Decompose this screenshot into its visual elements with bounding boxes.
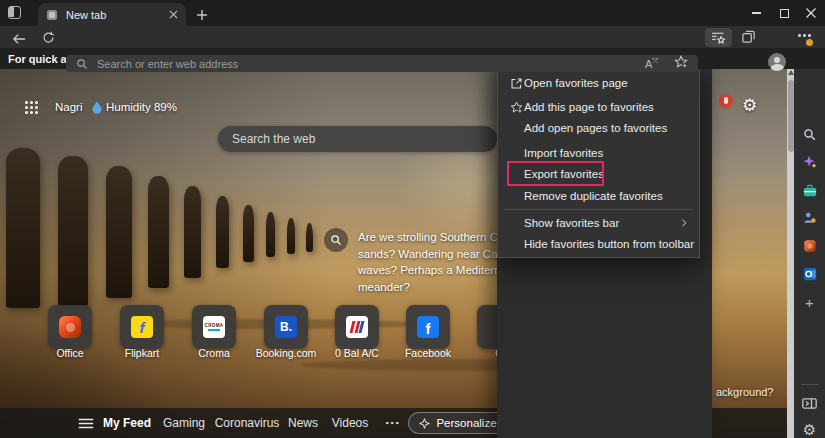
feed-tab-gaming[interactable]: Gaming: [163, 408, 205, 438]
flipkart-logo-icon: f: [131, 316, 153, 338]
quick-link-office[interactable]: [48, 305, 92, 349]
notification-badge-icon: [719, 94, 733, 108]
sidebar-add-icon[interactable]: +: [794, 292, 825, 312]
wooden-post: [266, 212, 275, 257]
tab-title: New tab: [66, 9, 169, 21]
window-close-button[interactable]: [797, 0, 825, 26]
web-search-box[interactable]: Search the web: [218, 126, 497, 152]
wooden-post: [306, 223, 313, 252]
tab-actions-menu-icon[interactable]: [8, 6, 21, 19]
sidebar-toggle-icon[interactable]: [794, 393, 825, 413]
quick-link-0balac[interactable]: [335, 305, 379, 349]
export-favorites-highlight-box: [507, 161, 604, 186]
navigation-toolbar: Search or enter web address A⤱: [0, 26, 825, 48]
edge-browser-window: Nagri Humidity 89% ⚙ Search the web Are …: [0, 0, 825, 438]
sidebar-search-icon[interactable]: [794, 124, 825, 144]
update-badge-icon: [806, 39, 813, 46]
title-bar: New tab: [0, 0, 825, 26]
add-to-favorites-star-icon[interactable]: [674, 55, 688, 73]
profile-avatar[interactable]: [768, 53, 786, 71]
menu-item-open-favorites-page[interactable]: Open favorites page: [498, 72, 699, 94]
minimize-button[interactable]: [742, 0, 770, 26]
sparkle-icon: [419, 418, 430, 429]
feed-tab-videos[interactable]: Videos: [332, 408, 368, 438]
feed-more-icon[interactable]: [386, 408, 399, 438]
scrollbar-up-arrow[interactable]: [788, 70, 794, 75]
page-settings-gear-icon[interactable]: ⚙: [742, 95, 757, 116]
booking-logo-icon: B.: [275, 316, 297, 338]
collections-icon[interactable]: [741, 29, 756, 48]
sidebar-settings-gear-icon[interactable]: ⚙: [794, 420, 825, 438]
apps-grid-icon[interactable]: [24, 100, 39, 119]
browser-tab[interactable]: New tab: [38, 3, 186, 26]
weather-location[interactable]: Nagri: [55, 101, 82, 113]
feed-tab-coronavirus[interactable]: Coronavirus: [215, 408, 280, 438]
sidebar-discover-copilot-icon[interactable]: [794, 152, 825, 172]
favorites-hub-star-icon: [711, 31, 726, 44]
search-icon: [76, 58, 88, 70]
address-bar[interactable]: Search or enter web address A⤱: [66, 55, 698, 72]
open-page-icon: [509, 77, 524, 90]
croma-logo-icon: CROMA: [203, 316, 225, 338]
sidebar-games-icon[interactable]: [794, 208, 825, 228]
quick-link-croma[interactable]: CROMA: [192, 305, 236, 349]
menu-separator: [504, 209, 693, 210]
read-aloud-icon[interactable]: A⤱: [645, 57, 658, 70]
sidebar-divider: [801, 384, 819, 385]
humidity-drop-icon: [92, 100, 102, 118]
facebook-logo-icon: f: [417, 316, 439, 338]
wooden-post: [148, 176, 169, 288]
favorites-hub-button[interactable]: [705, 28, 732, 47]
personalize-label: Personalize: [436, 417, 496, 429]
edge-sidebar: + ⚙: [794, 48, 825, 438]
menu-item-hide-favorites-button[interactable]: Hide favorites button from toolbar: [498, 233, 699, 255]
browser-more-menu-icon[interactable]: [798, 34, 811, 37]
quick-link-flipkart[interactable]: f: [120, 305, 164, 349]
wooden-post: [287, 218, 295, 254]
chevron-right-icon: [679, 214, 689, 232]
wooden-post: [216, 196, 229, 268]
wooden-post: [58, 156, 88, 306]
address-bar-placeholder: Search or enter web address: [97, 58, 645, 70]
menu-item-add-this-page[interactable]: Add this page to favorites: [498, 96, 699, 118]
bank-logo-icon: [346, 316, 368, 338]
sidebar-outlook-icon[interactable]: [794, 264, 825, 284]
web-search-placeholder: Search the web: [232, 132, 315, 146]
wooden-post: [106, 166, 132, 298]
star-add-icon: [509, 101, 524, 114]
maximize-button[interactable]: [770, 0, 798, 26]
menu-item-add-open-pages[interactable]: Add open pages to favorites: [498, 117, 699, 139]
feed-tab-my-feed[interactable]: My Feed: [103, 408, 151, 438]
menu-item-show-favorites-bar[interactable]: Show favorites bar: [498, 212, 699, 234]
wooden-post: [6, 148, 40, 308]
sidebar-office-icon[interactable]: [794, 236, 825, 256]
wooden-post: [184, 186, 201, 278]
personalize-button[interactable]: Personalize: [408, 412, 508, 434]
page-scrollbar[interactable]: [787, 68, 794, 438]
office-logo-icon: [59, 316, 81, 338]
menu-item-remove-duplicates[interactable]: Remove duplicate favorites: [498, 185, 699, 207]
sidebar-tools-icon[interactable]: [794, 180, 825, 200]
tab-favicon: [46, 9, 58, 21]
refresh-button[interactable]: [42, 30, 55, 48]
scrollbar-thumb[interactable]: [788, 80, 794, 152]
background-caption[interactable]: ackground?: [716, 386, 774, 398]
quick-link-facebook[interactable]: f: [406, 305, 450, 349]
favorites-context-menu: Open favorites page Add this page to fav…: [497, 68, 700, 258]
feed-menu-hamburger-icon[interactable]: [79, 408, 94, 438]
wooden-post: [243, 205, 254, 262]
back-button[interactable]: [12, 31, 26, 49]
feed-tab-news[interactable]: News: [288, 408, 318, 438]
weather-humidity[interactable]: Humidity 89%: [106, 101, 177, 113]
tab-close-icon[interactable]: [169, 10, 178, 19]
quick-link-booking[interactable]: B.: [264, 305, 308, 349]
image-search-bubble[interactable]: [324, 228, 348, 252]
new-tab-button[interactable]: [196, 7, 208, 25]
